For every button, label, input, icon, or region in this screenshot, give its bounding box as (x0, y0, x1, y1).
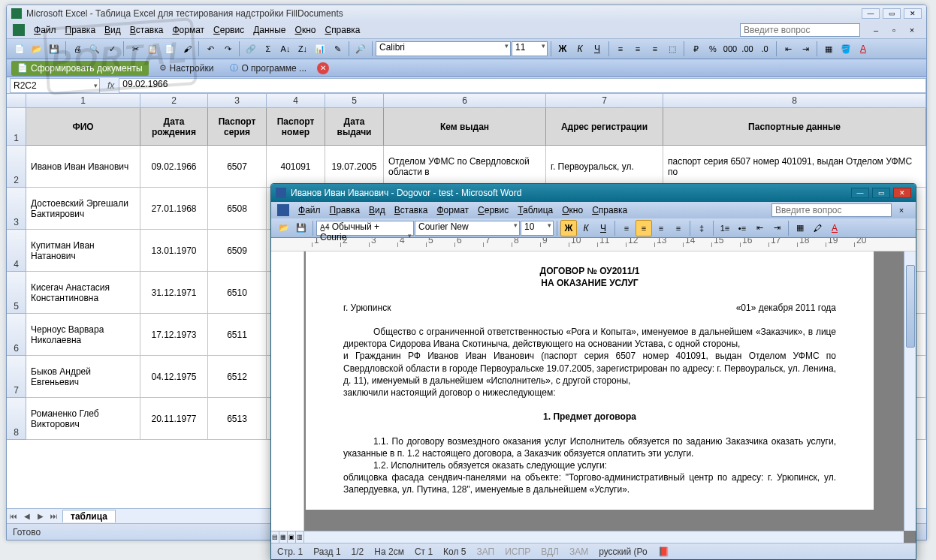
word-horizontal-scrollbar[interactable] (304, 531, 904, 543)
spellcheck-icon[interactable]: ✓ (104, 41, 120, 57)
row-header[interactable]: 3 (7, 188, 26, 230)
row-header[interactable]: 2 (7, 146, 26, 188)
new-doc-icon[interactable]: 📄 (11, 41, 28, 57)
cell[interactable]: 31.12.1971 (140, 272, 208, 314)
cell[interactable]: Кисегач Анастасия Константиновна (26, 272, 140, 314)
align-center-icon[interactable]: ≡ (636, 220, 652, 236)
font-color-icon[interactable]: A (826, 220, 843, 236)
highlight-icon[interactable]: 🖍 (809, 220, 826, 236)
menu-Файл[interactable]: Файл (29, 23, 61, 37)
cell[interactable]: 09.02.1966 (140, 146, 208, 188)
percent-icon[interactable]: % (705, 41, 721, 57)
row-header[interactable]: 5 (7, 272, 26, 314)
cell[interactable]: 19.07.2005 (325, 146, 384, 188)
normal-view-icon[interactable]: ▤ (271, 531, 279, 543)
col-header[interactable]: 5 (325, 94, 384, 107)
align-left-icon[interactable]: ≡ (612, 41, 629, 57)
word-doc-icon[interactable] (277, 204, 289, 216)
open-icon[interactable]: 📂 (276, 220, 292, 236)
bulleted-list-icon[interactable]: •≡ (734, 220, 750, 236)
decrease-indent-icon[interactable]: ⇤ (751, 220, 768, 236)
borders-icon[interactable]: ▦ (792, 220, 808, 236)
save-icon[interactable]: 💾 (46, 41, 62, 57)
cell[interactable]: 04.12.1975 (140, 356, 208, 398)
comma-icon[interactable]: 000 (722, 41, 738, 57)
sort-desc-icon[interactable]: Z↓ (294, 41, 311, 57)
excel-help-input[interactable] (740, 23, 860, 37)
word-minimize-button[interactable]: — (851, 188, 869, 198)
row-header[interactable]: 8 (7, 398, 26, 440)
menu-Таблица[interactable]: Таблица (513, 203, 557, 217)
sort-asc-icon[interactable]: A↓ (277, 41, 294, 57)
col-header[interactable]: 3 (208, 94, 267, 107)
cut-icon[interactable]: ✂ (127, 41, 143, 57)
merge-icon[interactable]: ⬚ (664, 41, 681, 57)
menu-Сервис[interactable]: Сервис (473, 203, 513, 217)
settings-button[interactable]: ⚙Настройки (153, 61, 220, 76)
word-close-button[interactable]: ✕ (893, 188, 911, 198)
menu-Справка[interactable]: Справка (320, 23, 364, 37)
word-ruler[interactable]: /*ticks generated below*/ 12345678910111… (271, 238, 916, 251)
col-header[interactable]: 2 (140, 94, 208, 107)
numbered-list-icon[interactable]: 1≡ (717, 220, 733, 236)
row-header[interactable]: 7 (7, 356, 26, 398)
bold-icon[interactable]: Ж (560, 220, 577, 236)
first-sheet-button[interactable]: ⏮ (7, 510, 20, 523)
word-page[interactable]: ДОГОВОР № ОУ2011/1 НА ОКАЗАНИЕ УСЛУГ г. … (306, 251, 874, 510)
word-vertical-scrollbar[interactable] (904, 251, 916, 531)
menu-Формат[interactable]: Формат (168, 23, 209, 37)
drawing-icon[interactable]: ✎ (329, 41, 346, 57)
word-titlebar[interactable]: Иванов Иван Иванович - Dogovor - test - … (271, 184, 916, 202)
col-header[interactable]: 1 (26, 94, 140, 107)
paste-icon[interactable]: 📄 (162, 41, 178, 57)
underline-icon[interactable]: Ч (589, 41, 605, 57)
cell[interactable]: Романенко Глеб Викторович (26, 398, 140, 440)
status-language[interactable]: русский (Ро (599, 546, 648, 557)
name-box[interactable]: R2C2 (10, 78, 100, 93)
row-header[interactable]: 6 (7, 314, 26, 356)
chart-icon[interactable]: 📊 (312, 41, 328, 57)
menu-Вставка[interactable]: Вставка (390, 203, 433, 217)
row-header[interactable]: 1 (7, 108, 26, 146)
decrease-indent-icon[interactable]: ⇤ (780, 41, 796, 57)
line-spacing-icon[interactable]: ‡ (693, 220, 710, 236)
align-justify-icon[interactable]: ≡ (670, 220, 687, 236)
sheet-tab-active[interactable]: таблица (62, 510, 116, 522)
redo-icon[interactable]: ↷ (219, 41, 236, 57)
outline-view-icon[interactable]: ▥ (296, 531, 304, 543)
cell[interactable]: 13.01.1970 (140, 230, 208, 272)
word-mdi-close[interactable]: × (893, 202, 910, 218)
addin-close-button[interactable]: ✕ (317, 62, 329, 74)
row-header[interactable]: 4 (7, 230, 26, 272)
format-painter-icon[interactable]: 🖌 (179, 41, 195, 57)
excel-mdi-minimize[interactable]: – (868, 22, 884, 38)
menu-Окно[interactable]: Окно (291, 23, 321, 37)
cell[interactable]: 6510 (208, 272, 267, 314)
menu-Файл[interactable]: Файл (294, 203, 325, 217)
save-icon[interactable]: 💾 (293, 220, 309, 236)
next-sheet-button[interactable]: ▶ (34, 510, 47, 523)
col-header[interactable]: 8 (663, 94, 926, 107)
italic-icon[interactable]: К (572, 41, 588, 57)
excel-mdi-close[interactable]: × (904, 22, 920, 38)
excel-titlebar[interactable]: Microsoft Excel - Таблица Excel для тест… (7, 5, 926, 22)
increase-decimal-icon[interactable]: .00 (739, 41, 756, 57)
currency-icon[interactable]: ₽ (687, 41, 704, 57)
increase-indent-icon[interactable]: ⇥ (768, 220, 785, 236)
autosum-icon[interactable]: Σ (260, 41, 276, 57)
align-left-icon[interactable]: ≡ (618, 220, 635, 236)
cell[interactable]: Отделом УФМС по Свердловской области в (384, 146, 546, 188)
cell[interactable]: 401091 (267, 146, 325, 188)
cell[interactable]: 17.12.1973 (140, 314, 208, 356)
font-color-icon[interactable]: A (855, 41, 871, 57)
menu-Вид[interactable]: Вид (100, 23, 125, 37)
align-right-icon[interactable]: ≡ (647, 41, 663, 57)
word-font-size-select[interactable]: 10 (521, 221, 554, 236)
cell[interactable]: Достоевский Эргешали Бактиярович (26, 188, 140, 230)
decrease-decimal-icon[interactable]: .0 (756, 41, 773, 57)
menu-Данные[interactable]: Данные (249, 23, 290, 37)
print-preview-icon[interactable]: 🔍 (86, 41, 103, 57)
underline-icon[interactable]: Ч (595, 220, 611, 236)
borders-icon[interactable]: ▦ (820, 41, 837, 57)
cell[interactable]: Черноус Варвара Николаевна (26, 314, 140, 356)
